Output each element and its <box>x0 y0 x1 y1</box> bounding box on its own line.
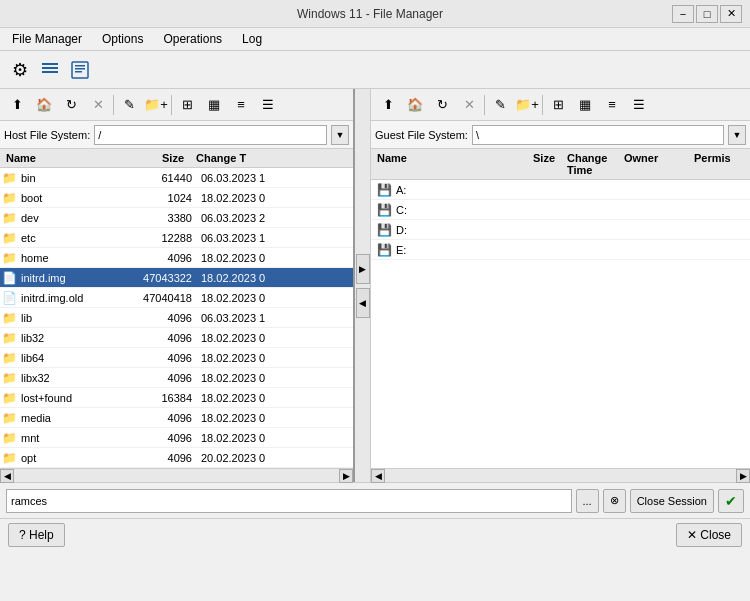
help-button[interactable]: ? Help <box>8 523 65 547</box>
menu-file-manager[interactable]: File Manager <box>8 31 86 47</box>
toolbar-operations-btn[interactable] <box>36 57 64 83</box>
list-item[interactable]: 📁 lib64 4096 18.02.2023 0 <box>0 348 353 368</box>
right-view-details-btn[interactable]: ≡ <box>599 93 625 117</box>
right-file-list[interactable]: 💾 A: 💾 C: 💾 D: 💾 E: <box>371 180 750 468</box>
svg-rect-5 <box>75 68 85 70</box>
left-path-input[interactable] <box>94 125 327 145</box>
left-hscroll[interactable]: ◀ ▶ <box>0 468 353 482</box>
left-newdir-btn[interactable]: 📁+ <box>143 93 169 117</box>
right-col-header-name[interactable]: Name <box>371 149 491 179</box>
copy-left-btn[interactable]: ◀ <box>356 288 370 318</box>
check-button[interactable]: ✔ <box>718 489 744 513</box>
minimize-button[interactable]: − <box>672 5 694 23</box>
col-header-name[interactable]: Name <box>0 149 120 167</box>
bottom-bar: ... ⊗ Close Session ✔ <box>0 482 750 518</box>
right-refresh-btn[interactable]: ↻ <box>429 93 455 117</box>
file-time-cell: 18.02.2023 0 <box>198 332 353 344</box>
right-path-dropdown[interactable]: ▼ <box>728 125 746 145</box>
right-abort-btn[interactable]: ✕ <box>456 93 482 117</box>
toolbar-options-btn[interactable]: ⚙ <box>6 57 34 83</box>
folder-icon: 📁 <box>0 429 18 447</box>
left-file-list-container: Name Size Change T 📁 bin 61440 06.03.202… <box>0 149 353 468</box>
file-time-cell: 18.02.2023 0 <box>198 432 353 444</box>
list-item[interactable]: 💾 A: <box>371 180 750 200</box>
list-item[interactable]: 📁 mnt 4096 18.02.2023 0 <box>0 428 353 448</box>
left-view-icons-btn[interactable]: ☰ <box>255 93 281 117</box>
left-up-btn[interactable]: ⬆ <box>4 93 30 117</box>
file-name-cell: initrd.img.old <box>18 292 128 304</box>
command-input[interactable] <box>6 489 572 513</box>
svg-rect-4 <box>75 65 85 67</box>
drive-name-cell: C: <box>393 204 473 216</box>
file-size-cell: 4096 <box>128 432 198 444</box>
list-item[interactable]: 📄 initrd.img.old 47040418 18.02.2023 0 <box>0 288 353 308</box>
right-up-btn[interactable]: ⬆ <box>375 93 401 117</box>
right-hscroll[interactable]: ◀ ▶ <box>371 468 750 482</box>
col-header-time[interactable]: Change T <box>190 149 353 167</box>
left-hscroll-right[interactable]: ▶ <box>339 469 353 483</box>
file-time-cell: 06.03.2023 1 <box>198 232 353 244</box>
close-button[interactable]: ✕ Close <box>676 523 742 547</box>
left-abort-btn[interactable]: ✕ <box>85 93 111 117</box>
file-size-cell: 4096 <box>128 332 198 344</box>
list-item[interactable]: 📁 lib 4096 06.03.2023 1 <box>0 308 353 328</box>
list-item[interactable]: 📁 boot 1024 18.02.2023 0 <box>0 188 353 208</box>
left-view-list-btn[interactable]: ▦ <box>201 93 227 117</box>
right-view-grid-btn[interactable]: ⊞ <box>545 93 571 117</box>
col-header-size[interactable]: Size <box>120 149 190 167</box>
right-hscroll-right[interactable]: ▶ <box>736 469 750 483</box>
list-item[interactable]: 📁 media 4096 18.02.2023 0 <box>0 408 353 428</box>
list-item[interactable]: 📁 lib32 4096 18.02.2023 0 <box>0 328 353 348</box>
right-newdir-btn[interactable]: 📁+ <box>514 93 540 117</box>
maximize-button[interactable]: □ <box>696 5 718 23</box>
left-hscroll-left[interactable]: ◀ <box>0 469 14 483</box>
svg-rect-6 <box>75 71 82 73</box>
list-item[interactable]: 💾 C: <box>371 200 750 220</box>
right-col-header-perms[interactable]: Permis <box>690 149 750 179</box>
dots-button[interactable]: ... <box>576 489 599 513</box>
list-item[interactable]: 📁 home 4096 18.02.2023 0 <box>0 248 353 268</box>
right-col-header-time[interactable]: Change Time <box>561 149 620 179</box>
list-item[interactable]: 📄 initrd.img 47043322 18.02.2023 0 <box>0 268 353 288</box>
right-path-input[interactable] <box>472 125 724 145</box>
left-home-btn[interactable]: 🏠 <box>31 93 57 117</box>
file-size-cell: 61440 <box>128 172 198 184</box>
svg-rect-3 <box>72 62 88 78</box>
file-size-cell: 4096 <box>128 452 198 464</box>
list-item[interactable]: 📁 opt 4096 20.02.2023 0 <box>0 448 353 468</box>
file-name-cell: media <box>18 412 128 424</box>
right-col-header-owner[interactable]: Owner <box>620 149 690 179</box>
list-item[interactable]: 📁 dev 3380 06.03.2023 2 <box>0 208 353 228</box>
left-file-list[interactable]: 📁 bin 61440 06.03.2023 1 📁 boot 1024 18.… <box>0 168 353 468</box>
copy-right-btn[interactable]: ▶ <box>356 254 370 284</box>
left-refresh-btn[interactable]: ↻ <box>58 93 84 117</box>
svg-rect-0 <box>42 63 58 65</box>
right-view-list-btn[interactable]: ▦ <box>572 93 598 117</box>
list-item[interactable]: 📁 bin 61440 06.03.2023 1 <box>0 168 353 188</box>
list-item[interactable]: 💾 E: <box>371 240 750 260</box>
footer: ? Help ✕ Close <box>0 518 750 550</box>
clear-button[interactable]: ⊗ <box>603 489 626 513</box>
close-session-button[interactable]: Close Session <box>630 489 714 513</box>
menu-operations[interactable]: Operations <box>159 31 226 47</box>
right-col-header-size[interactable]: Size <box>491 149 561 179</box>
file-name-cell: lib64 <box>18 352 128 364</box>
list-item[interactable]: 📁 libx32 4096 18.02.2023 0 <box>0 368 353 388</box>
left-view-grid-btn[interactable]: ⊞ <box>174 93 200 117</box>
left-rename-btn[interactable]: ✎ <box>116 93 142 117</box>
file-name-cell: mnt <box>18 432 128 444</box>
right-rename-btn[interactable]: ✎ <box>487 93 513 117</box>
right-home-btn[interactable]: 🏠 <box>402 93 428 117</box>
file-size-cell: 3380 <box>128 212 198 224</box>
menu-log[interactable]: Log <box>238 31 266 47</box>
list-item[interactable]: 📁 lost+found 16384 18.02.2023 0 <box>0 388 353 408</box>
right-hscroll-left[interactable]: ◀ <box>371 469 385 483</box>
toolbar-log-btn[interactable] <box>66 57 94 83</box>
left-view-details-btn[interactable]: ≡ <box>228 93 254 117</box>
left-path-dropdown[interactable]: ▼ <box>331 125 349 145</box>
right-view-icons-btn[interactable]: ☰ <box>626 93 652 117</box>
menu-options[interactable]: Options <box>98 31 147 47</box>
list-item[interactable]: 💾 D: <box>371 220 750 240</box>
list-item[interactable]: 📁 etc 12288 06.03.2023 1 <box>0 228 353 248</box>
close-window-button[interactable]: ✕ <box>720 5 742 23</box>
